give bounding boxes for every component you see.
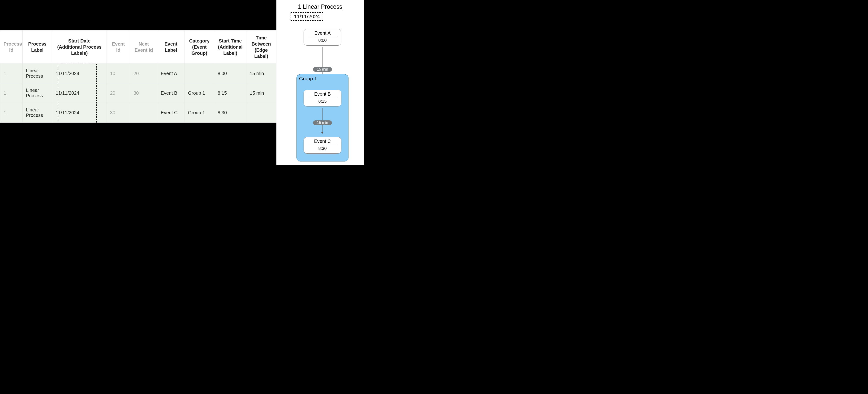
process-table: Process Id Process Label Start Date (Add… — [0, 30, 276, 123]
cell-process-label: Linear Process — [23, 83, 52, 103]
node-time: 8:15 — [305, 99, 340, 104]
cell-category: Group 1 — [185, 83, 214, 103]
col-next-event-id: Next Event Id — [130, 30, 157, 64]
cell-event-label: Event A — [157, 64, 185, 83]
node-label: Event B — [305, 91, 340, 98]
cell-process-id: 1 — [0, 83, 23, 103]
cell-time-between: 15 min — [246, 64, 276, 83]
cell-process-id: 1 — [0, 64, 23, 83]
table-row: 1 Linear Process 11/11/2024 20 30 Event … — [0, 83, 276, 103]
col-process-id: Process Id — [0, 30, 23, 64]
cell-start-date: 11/11/2024 — [52, 83, 106, 103]
cell-event-id: 30 — [106, 103, 130, 123]
cell-next-event-id: 20 — [130, 64, 157, 83]
node-time: 8:00 — [305, 38, 340, 43]
cell-start-date: 11/11/2024 — [52, 103, 106, 123]
col-process-label: Process Label — [23, 30, 52, 64]
node-event-a: Event A 8:00 — [304, 29, 341, 45]
cell-process-label: Linear Process — [23, 64, 52, 83]
cell-event-id: 10 — [106, 64, 130, 83]
node-event-c: Event C 8:30 — [304, 137, 341, 154]
col-time-between: Time Between (Edge Label) — [246, 30, 276, 64]
edge-label-ab: 15 min — [313, 67, 332, 72]
col-event-label: Event Label — [157, 30, 185, 64]
cell-event-label: Event C — [157, 103, 185, 123]
cell-next-event-id: 30 — [130, 83, 157, 103]
node-label: Event A — [305, 30, 340, 37]
cell-next-event-id — [130, 103, 157, 123]
cell-time-between — [246, 103, 276, 123]
cell-start-time: 8:00 — [214, 64, 246, 83]
diagram-title: 1 Linear Process — [276, 3, 364, 10]
col-event-id: Event Id — [106, 30, 130, 64]
table-row: 1 Linear Process 11/11/2024 30 Event C G… — [0, 103, 276, 123]
cell-start-date: 11/11/2024 — [52, 64, 106, 83]
diagram-subtitle: 11/11/2024 — [290, 12, 323, 21]
edge-label-bc: 15 min — [313, 121, 332, 125]
node-divider — [308, 98, 337, 98]
table-header-row: Process Id Process Label Start Date (Add… — [0, 30, 276, 64]
node-event-b: Event B 8:15 — [304, 90, 341, 106]
cell-event-id: 20 — [106, 83, 130, 103]
node-label: Event C — [305, 138, 340, 145]
group-label: Group 1 — [297, 76, 348, 81]
node-time: 8:30 — [305, 146, 340, 151]
cell-category — [185, 64, 214, 83]
data-table: Process Id Process Label Start Date (Add… — [0, 30, 276, 123]
cell-time-between: 15 min — [246, 83, 276, 103]
node-divider — [308, 37, 337, 37]
table-row: 1 Linear Process 11/11/2024 10 20 Event … — [0, 64, 276, 83]
node-divider — [308, 145, 337, 145]
col-start-date: Start Date (Additional Process Labels) — [52, 30, 106, 64]
col-category: Category (Event Group) — [185, 30, 214, 64]
cell-process-label: Linear Process — [23, 103, 52, 123]
cell-start-time: 8:15 — [214, 83, 246, 103]
cell-event-label: Event B — [157, 83, 185, 103]
process-diagram: 1 Linear Process 11/11/2024 Event A 8:00… — [276, 0, 364, 165]
cell-category: Group 1 — [185, 103, 214, 123]
col-start-time: Start Time (Additional Label) — [214, 30, 246, 64]
cell-start-time: 8:30 — [214, 103, 246, 123]
cell-process-id: 1 — [0, 103, 23, 123]
